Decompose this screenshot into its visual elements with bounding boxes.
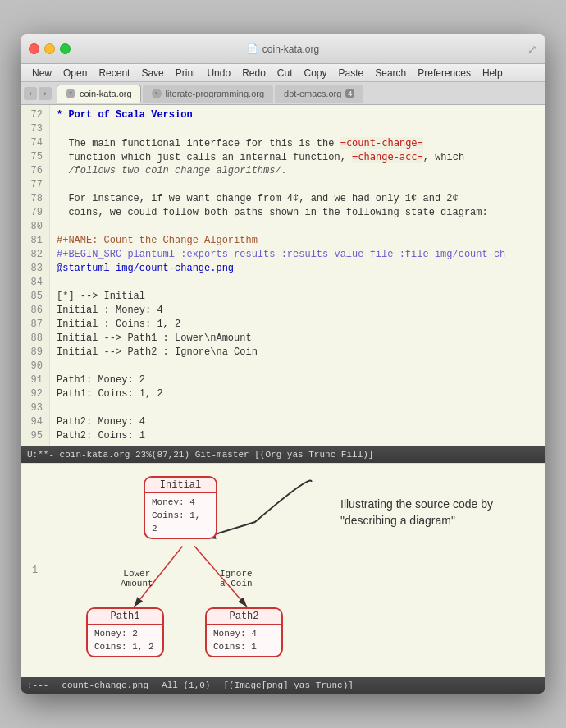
menu-paste[interactable]: Paste [334,66,369,80]
code-lines: * Port of Scala Version The main functio… [50,105,545,446]
code-line: For instance, if we want change from 4¢,… [57,192,539,206]
tab-literate[interactable]: × literate-programming.org [143,85,273,103]
menu-help[interactable]: Help [477,66,508,80]
code-line: @startuml img/count-change.png [57,262,539,276]
code-line [57,122,539,136]
bottom-status-mode: [(Image[png] yas Trunc)] [223,680,353,690]
menu-preferences[interactable]: Preferences [413,66,476,80]
tab-num-dot-emacs: 4 [345,89,354,98]
window-title: 📄 coin-kata.org [247,43,319,55]
tab-label-coin-kata: coin-kata.org [80,89,132,98]
bottom-status-bar: :--- count-change.png All (1,0) [(Image[… [21,677,545,694]
code-line [57,220,539,234]
maximize-button[interactable] [60,43,71,54]
path2-money: Money: 4 [213,627,275,640]
path2-title: Path2 [207,609,281,625]
code-line: Initial : Money: 4 [57,304,539,318]
code-line: Path2: Coins: 1 [57,429,539,443]
diagram-annotation: Illustrating the source code by "describ… [340,497,504,529]
menu-cut[interactable]: Cut [272,66,298,80]
menu-undo[interactable]: Undo [202,66,235,80]
code-line [57,359,539,373]
path1-title: Path1 [88,609,162,625]
tab-close-literate[interactable]: × [152,89,162,98]
menu-bar: New Open Recent Save Print Undo Redo Cut… [21,64,545,82]
menu-recent[interactable]: Recent [94,66,135,80]
code-line: Initial --> Path2 : Ignore\na Coin [57,346,539,359]
bottom-status-mode-indicator: :--- [27,680,48,690]
path1-money: Money: 2 [94,627,156,640]
tab-label-literate: literate-programming.org [166,89,264,98]
menu-print[interactable]: Print [171,66,201,80]
code-line: coins, we could follow both paths shown … [57,206,539,220]
title-bar: 📄 coin-kata.org ⤢ [21,34,545,64]
code-line: Path2: Money: 4 [57,415,539,429]
state-box-path2: Path2 Money: 4 Coins: 1 [205,607,283,657]
diagram-area: 1 Initial Money [21,463,545,677]
tab-label-dot-emacs: dot-emacs.org [284,89,341,98]
initial-money: Money: 4 [152,496,209,509]
code-line: Initial --> Path1 : Lower\nAmount [57,332,539,346]
status-text: U:**- coin-kata.org 23%(87,21) Git-maste… [27,450,373,460]
initial-title: Initial [145,478,216,493]
nav-back[interactable]: ‹ [24,87,37,100]
code-line: #+BEGIN_SRC plantuml :exports results :r… [57,248,539,262]
menu-new[interactable]: New [27,66,57,80]
menu-redo[interactable]: Redo [237,66,271,80]
bottom-status-file: count-change.png [62,680,148,690]
nav-forward[interactable]: › [39,87,52,100]
diagram-line-num: 1 [32,565,38,576]
code-line: Path1: Money: 2 [57,373,539,387]
initial-body: Money: 4 Coins: 1, 2 [145,493,216,538]
code-line [57,276,539,290]
tab-dot-emacs[interactable]: dot-emacs.org 4 [275,85,363,103]
document-icon: 📄 [247,43,258,54]
path2-coins: Coins: 1 [213,640,275,653]
code-line: * Port of Scala Version [57,108,539,122]
path1-body: Money: 2 Coins: 1, 2 [88,625,162,656]
code-line [57,178,539,192]
diagram-container: Initial Money: 4 Coins: 1, 2 LowerAmount… [62,472,529,669]
tab-bar: ‹ › × coin-kata.org × literate-programmi… [21,82,545,105]
app-window: 📄 coin-kata.org ⤢ New Open Recent Save P… [21,34,545,694]
menu-open[interactable]: Open [58,66,92,80]
state-box-path1: Path1 Money: 2 Coins: 1, 2 [86,607,164,657]
tab-close-coin-kata[interactable]: × [66,89,75,98]
title-text: coin-kata.org [262,43,319,55]
menu-search[interactable]: Search [370,66,411,80]
code-line: Initial : Coins: 1, 2 [57,318,539,332]
menu-copy[interactable]: Copy [299,66,332,80]
code-content: 72 73 74 75 76 77 78 79 80 81 82 83 84 8… [21,105,545,446]
code-line: The main functional interface for this i… [57,136,539,150]
code-line: #+NAME: Count the Change Algorithm [57,234,539,248]
code-line: /follows two coin change algorithms/. [57,164,539,178]
path1-coins: Coins: 1, 2 [94,640,156,653]
label-ignore: Ignorea Coin [220,569,253,588]
minimize-button[interactable] [44,43,55,54]
resize-icon: ⤢ [527,43,537,56]
label-lower: LowerAmount [121,569,153,588]
status-bar: U:**- coin-kata.org 23%(87,21) Git-maste… [21,446,545,463]
state-box-initial: Initial Money: 4 Coins: 1, 2 [144,476,217,539]
editor-area[interactable]: 72 73 74 75 76 77 78 79 80 81 82 83 84 8… [21,105,545,446]
close-button[interactable] [29,43,39,54]
bottom-status-position: All (1,0) [162,680,210,690]
initial-coins: Coins: 1, 2 [152,509,209,535]
path2-body: Money: 4 Coins: 1 [207,625,281,656]
code-line: [*] --> Initial [57,290,539,304]
code-line: function which just calls an internal fu… [57,150,539,164]
traffic-lights [29,43,71,54]
menu-save[interactable]: Save [136,66,168,80]
tab-coin-kata[interactable]: × coin-kata.org [57,85,141,103]
nav-arrows: ‹ › [24,87,52,100]
code-line [57,401,539,415]
line-numbers: 72 73 74 75 76 77 78 79 80 81 82 83 84 8… [21,105,50,446]
code-line: Path1: Coins: 1, 2 [57,387,539,401]
